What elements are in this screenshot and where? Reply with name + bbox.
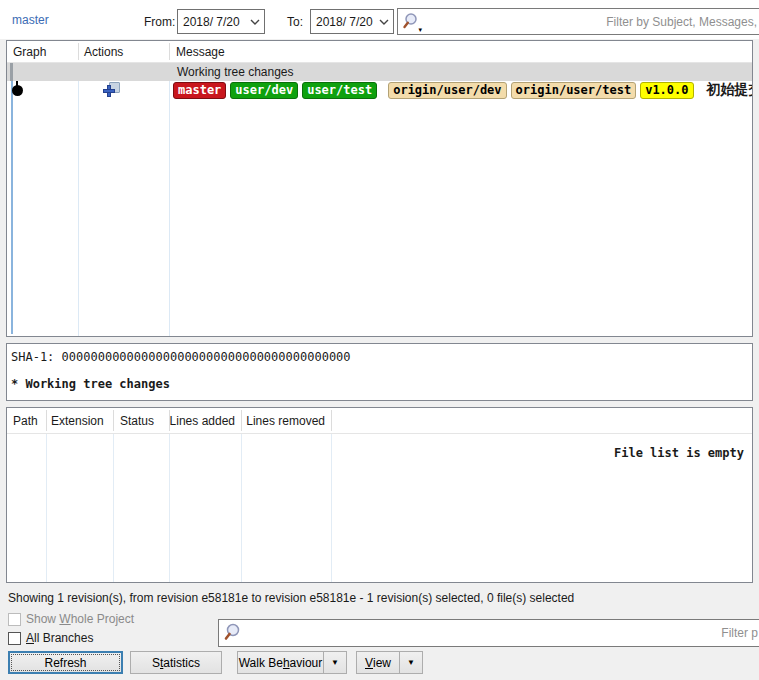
show-whole-project-checkbox <box>8 613 21 626</box>
commit-details-pane[interactable]: SHA-1: 000000000000000000000000000000000… <box>6 343 753 401</box>
label-mnemonic: A <box>26 631 34 645</box>
graph-working-tree-line <box>10 63 13 81</box>
branch-badge-master[interactable]: master <box>173 82 226 99</box>
search-dropdown-icon[interactable]: ▾ <box>418 27 422 33</box>
working-tree-row-label: Working tree changes <box>177 65 294 79</box>
commit-node-icon <box>12 85 23 96</box>
view-label[interactable]: View <box>357 652 399 673</box>
log-filter-placeholder: Filter by Subject, Messages, <box>422 15 757 29</box>
view-dropdown[interactable]: ▼ <box>399 652 422 673</box>
dropdown-arrow-icon: ▼ <box>331 659 339 667</box>
to-date-value: 2018/ 7/20 <box>316 15 375 29</box>
commit-message: 初始提交 <box>707 81 753 99</box>
path-filter-placeholder: Filter p <box>243 626 758 640</box>
column-divider[interactable] <box>169 43 170 60</box>
log-filter-input[interactable]: ▾ Filter by Subject, Messages, <box>397 8 759 35</box>
top-toolbar: master From: 2018/ 7/20 To: 2018/ 7/20 ▾… <box>0 0 759 39</box>
column-grid-line <box>331 434 332 582</box>
column-divider[interactable] <box>331 410 332 431</box>
column-header-lines-removed[interactable]: Lines removed <box>241 408 325 433</box>
column-header-message[interactable]: Message <box>176 41 225 62</box>
file-list-header: Path Extension Status Lines added Lines … <box>7 408 752 434</box>
label-text: S <box>152 656 160 670</box>
column-grid-line <box>78 63 79 336</box>
column-grid-line <box>169 63 170 336</box>
column-grid-line <box>46 434 47 582</box>
label-text: iew <box>373 656 391 670</box>
commit-row[interactable]: master user/dev user/test origin/user/de… <box>7 81 752 99</box>
label-text: ll Branches <box>34 631 93 645</box>
action-added-icon <box>104 82 120 98</box>
branch-badge-user-dev[interactable]: user/dev <box>230 82 298 99</box>
column-header-lines-added[interactable]: Lines added <box>169 408 235 433</box>
column-header-extension[interactable]: Extension <box>51 408 104 433</box>
to-date-combo[interactable]: 2018/ 7/20 <box>310 9 394 34</box>
all-branches-checkbox[interactable] <box>8 632 21 645</box>
dropdown-arrow-icon: ▼ <box>407 659 415 667</box>
show-whole-project-label: Show Whole Project <box>26 612 134 626</box>
column-header-path[interactable]: Path <box>13 408 38 433</box>
tag-badge-v1-0-0[interactable]: v1.0.0 <box>640 82 693 99</box>
search-icon[interactable]: ▾ <box>402 12 422 32</box>
column-divider[interactable] <box>169 410 170 431</box>
chevron-down-icon[interactable] <box>375 10 393 33</box>
branch-badge-origin-user-test[interactable]: origin/user/test <box>511 82 637 99</box>
column-grid-line <box>169 434 170 582</box>
view-button[interactable]: View ▼ <box>356 651 423 674</box>
column-grid-line <box>113 434 114 582</box>
status-bar-text: Showing 1 revision(s), from revision e58… <box>8 591 574 605</box>
refresh-button[interactable]: Refresh <box>8 651 123 674</box>
column-header-graph[interactable]: Graph <box>13 41 46 62</box>
all-branches-label[interactable]: All Branches <box>26 631 93 645</box>
current-branch-link[interactable]: master <box>12 13 49 27</box>
commit-subject-line: * Working tree changes <box>11 377 170 391</box>
from-date-value: 2018/ 7/20 <box>183 15 246 29</box>
to-label: To: <box>287 15 303 29</box>
statistics-button[interactable]: Statistics <box>130 651 222 674</box>
label-mnemonic: h <box>283 656 290 670</box>
file-list-empty-text: File list is empty <box>614 446 744 460</box>
from-date-combo[interactable]: 2018/ 7/20 <box>177 9 265 34</box>
working-tree-row[interactable]: Working tree changes <box>7 63 752 81</box>
column-divider[interactable] <box>241 410 242 431</box>
search-icon[interactable] <box>223 623 243 643</box>
column-grid-line <box>241 434 242 582</box>
branch-badge-user-test[interactable]: user/test <box>302 82 377 99</box>
label-text: hole Project <box>71 612 134 626</box>
label-text: atistics <box>163 656 200 670</box>
from-label: From: <box>144 15 175 29</box>
label-text: Show <box>26 612 59 626</box>
walk-behaviour-dropdown[interactable]: ▼ <box>323 652 346 673</box>
column-header-status[interactable]: Status <box>120 408 154 433</box>
label-text: aviour <box>290 656 323 670</box>
walk-behaviour-label[interactable]: Walk Behaviour <box>238 652 323 673</box>
chevron-down-icon[interactable] <box>246 10 264 33</box>
changed-files-list[interactable]: Path Extension Status Lines added Lines … <box>6 407 753 583</box>
sha1-line: SHA-1: 000000000000000000000000000000000… <box>11 350 351 364</box>
label-mnemonic: W <box>59 612 70 626</box>
label-mnemonic: V <box>365 656 373 670</box>
column-divider[interactable] <box>113 410 114 431</box>
label-text: Walk Be <box>239 656 283 670</box>
log-list-header: Graph Actions Message <box>7 41 752 63</box>
ref-badges: master user/dev user/test origin/user/de… <box>173 81 753 99</box>
path-filter-input[interactable]: Filter p <box>218 619 759 647</box>
branch-badge-origin-user-dev[interactable]: origin/user/dev <box>388 82 506 99</box>
walk-behaviour-button[interactable]: Walk Behaviour ▼ <box>237 651 347 674</box>
column-divider[interactable] <box>78 43 79 60</box>
revision-log-list[interactable]: Graph Actions Message Working tree chang… <box>6 40 753 337</box>
column-divider[interactable] <box>46 410 47 431</box>
column-header-actions[interactable]: Actions <box>84 41 123 62</box>
